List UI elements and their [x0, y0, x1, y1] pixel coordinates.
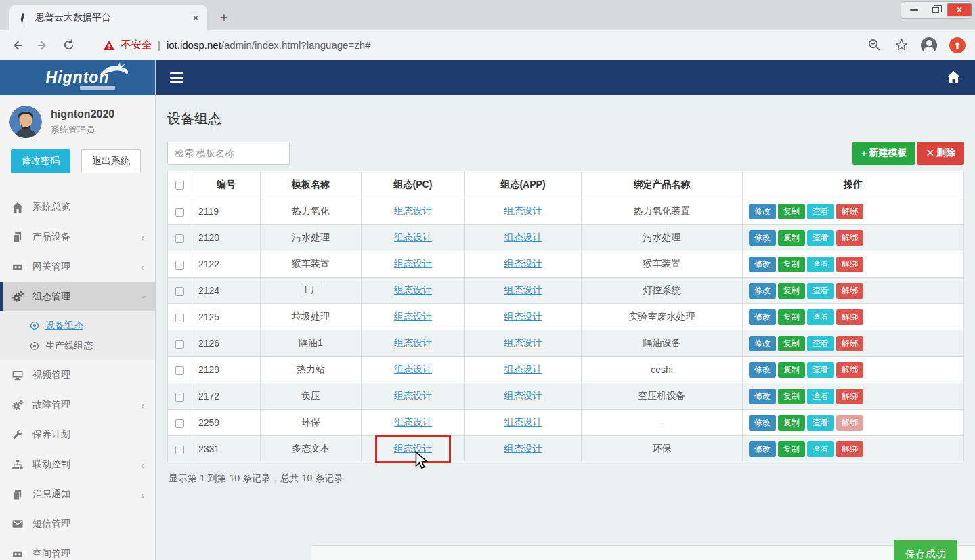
config-design-app-link[interactable]: 组态设计 — [504, 205, 542, 216]
config-design-app-link[interactable]: 组态设计 — [504, 311, 542, 322]
tab-close-icon[interactable]: × — [192, 12, 199, 24]
copy-button[interactable]: 复制 — [778, 204, 805, 219]
config-design-pc-link[interactable]: 组态设计 — [394, 284, 432, 295]
hamburger-menu-icon[interactable] — [164, 64, 190, 90]
config-design-app-link[interactable]: 组态设计 — [504, 258, 542, 269]
unbind-button[interactable]: 解绑 — [836, 336, 863, 351]
edit-button[interactable]: 修改 — [749, 336, 776, 351]
view-button[interactable]: 查看 — [807, 309, 834, 325]
edit-button[interactable]: 修改 — [749, 362, 776, 378]
view-button[interactable]: 查看 — [807, 336, 834, 351]
view-button[interactable]: 查看 — [807, 204, 834, 219]
config-design-pc-link[interactable]: 组态设计 — [394, 205, 432, 216]
edit-button[interactable]: 修改 — [749, 441, 776, 457]
row-checkbox[interactable] — [175, 446, 184, 454]
row-checkbox[interactable] — [175, 366, 184, 375]
row-checkbox[interactable] — [175, 314, 184, 322]
row-checkbox[interactable] — [175, 234, 184, 243]
unbind-button[interactable]: 解绑 — [836, 362, 863, 378]
home-icon[interactable] — [947, 71, 960, 83]
sidebar-item-system-overview[interactable]: 系统总览 — [0, 192, 155, 222]
row-checkbox[interactable] — [175, 340, 184, 349]
unbind-button[interactable]: 解绑 — [836, 389, 863, 404]
row-checkbox[interactable] — [175, 261, 184, 270]
view-button[interactable]: 查看 — [807, 389, 834, 404]
select-all-checkbox[interactable] — [175, 181, 184, 190]
unbind-button[interactable]: 解绑 — [836, 257, 863, 272]
copy-button[interactable]: 复制 — [778, 283, 805, 299]
row-checkbox[interactable] — [175, 287, 184, 296]
copy-button[interactable]: 复制 — [778, 230, 805, 246]
unbind-button[interactable]: 解绑 — [836, 309, 863, 325]
sidebar-item-fault-management[interactable]: 故障管理‹ — [0, 390, 155, 420]
row-checkbox[interactable] — [175, 393, 184, 402]
edit-button[interactable]: 修改 — [749, 309, 776, 325]
unbind-button[interactable]: 解绑 — [836, 204, 863, 219]
copy-button[interactable]: 复制 — [778, 389, 805, 404]
config-design-app-link[interactable]: 组态设计 — [504, 337, 542, 348]
sidebar-item-gateway-management[interactable]: 网关管理‹ — [0, 252, 155, 282]
edit-button[interactable]: 修改 — [749, 230, 776, 246]
sidebar-item-sms-management[interactable]: 短信管理 — [0, 509, 155, 539]
restore-button[interactable] — [926, 3, 946, 17]
config-design-app-link[interactable]: 组态设计 — [504, 364, 542, 374]
edit-button[interactable]: 修改 — [749, 257, 776, 272]
logout-button[interactable]: 退出系统 — [81, 149, 141, 173]
delete-button[interactable]: ✕删除 — [917, 142, 964, 165]
config-design-pc-link[interactable]: 组态设计 — [394, 390, 432, 401]
view-button[interactable]: 查看 — [807, 362, 834, 378]
refresh-button[interactable] — [61, 38, 76, 53]
config-design-pc-link[interactable]: 组态设计 — [394, 258, 432, 269]
sidebar-subitem-device-configuration[interactable]: 设备组态 — [0, 316, 155, 336]
sidebar-item-space-management[interactable]: 空间管理 — [0, 539, 155, 560]
sidebar-item-message-notification[interactable]: 消息通知‹ — [0, 479, 155, 509]
view-button[interactable]: 查看 — [807, 415, 834, 431]
copy-button[interactable]: 复制 — [778, 362, 805, 378]
unbind-button[interactable]: 解绑 — [836, 441, 863, 457]
forward-button[interactable] — [35, 38, 50, 53]
copy-button[interactable]: 复制 — [778, 441, 805, 457]
minimize-button[interactable] — [904, 3, 924, 17]
sidebar-item-video-management[interactable]: 视频管理 — [0, 360, 155, 390]
view-button[interactable]: 查看 — [807, 230, 834, 246]
view-button[interactable]: 查看 — [807, 283, 834, 299]
config-design-pc-link[interactable]: 组态设计 — [394, 364, 432, 374]
sidebar-item-product-device[interactable]: 产品设备‹ — [0, 222, 155, 252]
config-design-pc-link[interactable]: 组态设计 — [394, 416, 432, 427]
new-tab-button[interactable]: + — [214, 7, 234, 28]
back-button[interactable] — [9, 38, 24, 53]
copy-button[interactable]: 复制 — [778, 336, 805, 351]
config-design-pc-link[interactable]: 组态设计 — [394, 232, 432, 242]
view-button[interactable]: 查看 — [807, 257, 834, 272]
config-design-app-link[interactable]: 组态设计 — [504, 232, 542, 242]
change-password-button[interactable]: 修改密码 — [11, 149, 70, 173]
row-checkbox[interactable] — [175, 419, 184, 428]
config-design-pc-link[interactable]: 组态设计 — [394, 311, 432, 322]
edit-button[interactable]: 修改 — [749, 204, 776, 219]
unbind-button[interactable]: 解绑 — [836, 230, 863, 246]
copy-button[interactable]: 复制 — [778, 309, 805, 325]
config-design-app-link[interactable]: 组态设计 — [504, 416, 542, 427]
sidebar-item-linkage-control[interactable]: 联动控制‹ — [0, 450, 155, 479]
edit-button[interactable]: 修改 — [749, 415, 776, 431]
new-template-button[interactable]: +新建模板 — [852, 142, 916, 165]
sidebar-item-maintenance-plan[interactable]: 保养计划 — [0, 420, 155, 450]
copy-button[interactable]: 复制 — [778, 257, 805, 272]
view-button[interactable]: 查看 — [807, 441, 834, 457]
url-bar[interactable]: 不安全 | iot.idosp.net/admin/index.html?lan… — [87, 39, 856, 51]
profile-icon[interactable] — [921, 37, 937, 53]
edit-button[interactable]: 修改 — [749, 283, 776, 299]
config-design-app-link[interactable]: 组态设计 — [504, 284, 542, 295]
search-input[interactable] — [167, 142, 290, 165]
bookmark-star-icon[interactable] — [894, 38, 909, 53]
config-design-pc-link[interactable]: 组态设计 — [394, 337, 432, 348]
edit-button[interactable]: 修改 — [749, 389, 776, 404]
sidebar-subitem-production-line-configuration[interactable]: 生产线组态 — [0, 336, 155, 356]
sidebar-item-configuration-management[interactable]: 组态管理‹ — [0, 282, 155, 311]
browser-tab[interactable]: 思普云大数据平台 × — [9, 5, 207, 30]
zoom-out-icon[interactable] — [867, 38, 882, 53]
overlay-close-button[interactable]: ✕ — [947, 3, 972, 16]
copy-button[interactable]: 复制 — [778, 415, 805, 431]
config-design-app-link[interactable]: 组态设计 — [504, 390, 542, 401]
unbind-button[interactable]: 解绑 — [836, 283, 863, 299]
